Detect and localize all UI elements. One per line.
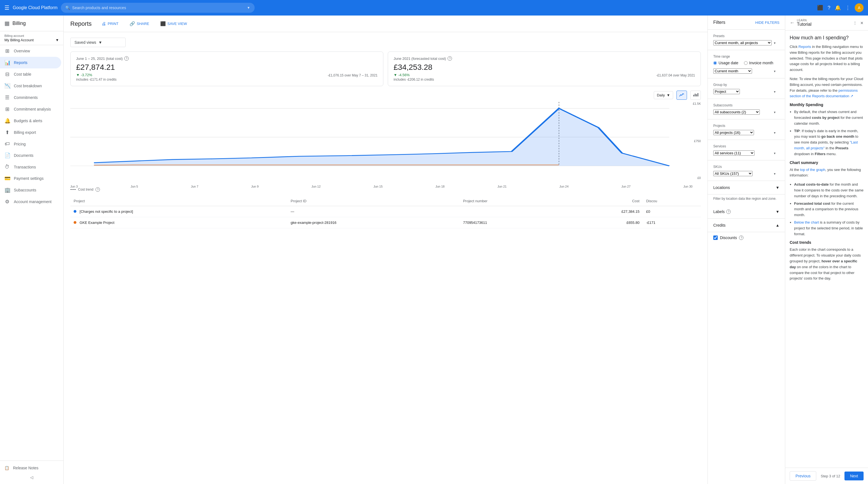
subaccounts-select[interactable]: All subaccounts (2) [713, 109, 760, 115]
time-period-select-wrapper: Current month [713, 68, 779, 74]
row2-cost: £655.80 [562, 217, 643, 228]
search-bar: 🔍 ▼ [61, 3, 255, 13]
sidebar-item-cost-table[interactable]: ⊟ Cost table [0, 68, 61, 80]
step-indicator: Step 3 of 12 [821, 474, 840, 478]
sidebar-collapse-btn[interactable]: ◁ [0, 473, 63, 482]
sidebar-item-overview[interactable]: ⊞ Overview [0, 45, 61, 57]
tutorial-close-icon[interactable]: ✕ [860, 21, 864, 25]
avatar[interactable]: A [855, 3, 864, 12]
account-selector[interactable]: Billing account My Billing Account ▼ [0, 31, 63, 45]
filter-labels-header[interactable]: Labels ? ▼ [708, 205, 785, 219]
sidebar-item-release-notes[interactable]: 📋 Release Notes [0, 463, 63, 473]
radio-invoice-input[interactable] [744, 61, 748, 65]
budgets-icon: 🔔 [4, 118, 10, 124]
tutorial-header-right: ⋮ ✕ [853, 21, 864, 25]
transactions-icon: ⏱ [4, 164, 10, 170]
search-input[interactable] [72, 5, 245, 10]
credits-title: Credits [713, 223, 725, 227]
print-button[interactable]: 🖨 PRINT [98, 20, 122, 28]
sidebar-item-commitments[interactable]: ☰ Commitments [0, 92, 61, 103]
sidebar-item-payment-settings[interactable]: 💳 Payment settings [0, 173, 61, 184]
tutorial-note: Note: To view the billing reports for yo… [790, 76, 864, 99]
tutorial-more-icon[interactable]: ⋮ [853, 21, 857, 25]
back-icon[interactable]: ← [790, 20, 795, 26]
sidebar-item-documents[interactable]: 📄 Documents [0, 150, 61, 161]
discounts-checkbox[interactable] [713, 235, 718, 240]
services-select[interactable]: All services (11) [713, 150, 754, 156]
sidebar-item-subaccounts[interactable]: 🏢 Subaccounts [0, 184, 61, 196]
stat-card-actual: June 1 – 25, 2021 (total cost) ? £27,874… [70, 52, 383, 86]
release-notes-label: Release Notes [13, 466, 38, 470]
sidebar-item-reports[interactable]: 📊 Reports [0, 57, 61, 68]
sidebar-item-budgets-alerts[interactable]: 🔔 Budgets & alerts [0, 115, 61, 126]
previous-button[interactable]: Previous [790, 471, 816, 481]
skus-select[interactable]: All SKUs (157) [713, 171, 752, 176]
hide-filters-button[interactable]: HIDE FILTERS [755, 21, 779, 25]
save-view-label: SAVE VIEW [167, 22, 187, 26]
daily-selector[interactable]: Daily ▼ [654, 91, 673, 99]
row1-project-number [460, 206, 562, 217]
stat-forecast-sub1: includes -£206.12 in credits [394, 78, 434, 81]
billing-title: Billing [12, 21, 26, 26]
stats-row: June 1 – 25, 2021 (total cost) ? £27,874… [70, 52, 701, 86]
cloud-shell-icon[interactable]: ⬛ [817, 5, 823, 11]
stat-forecast-help-icon[interactable]: ? [447, 56, 452, 61]
projects-select[interactable]: All projects (16) [713, 130, 754, 135]
filter-services: Services All services (11) [708, 140, 785, 161]
permissions-link[interactable]: permissions section of the Reports docum… [790, 88, 858, 98]
sidebar-item-cost-breakdown[interactable]: 📉 Cost breakdown [0, 80, 61, 92]
time-period-select[interactable]: Current month [713, 68, 752, 74]
y-label-mid: £750 [694, 139, 701, 143]
sidebar-item-transactions[interactable]: ⏱ Transactions [0, 161, 61, 173]
help-icon[interactable]: ? [828, 5, 830, 11]
radio-group-time: Usage date Invoice month [713, 61, 779, 65]
col-project-number: Project number [460, 196, 562, 206]
sidebar-item-commitment-analysis[interactable]: ⊞ Commitment analysis [0, 103, 61, 115]
line-chart-btn[interactable] [677, 91, 687, 100]
radio-usage-label: Usage date [718, 61, 739, 65]
sidebar-item-account-management[interactable]: ⚙ Account management [0, 196, 61, 207]
tutorial-body: How much am I spending? Click Reports in… [785, 30, 868, 468]
account-selector-control[interactable]: My Billing Account ▼ [4, 38, 59, 42]
notifications-icon[interactable]: 🔔 [835, 5, 841, 11]
svg-rect-2 [696, 94, 697, 96]
sidebar-nav: ⊞ Overview 📊 Reports ⊟ Cost table 📉 Cost… [0, 45, 63, 207]
page-header: Reports 🖨 PRINT 🔗 SHARE ⬛ SAVE VIEW [64, 16, 708, 32]
row1-discount: £0 [643, 206, 701, 217]
discounts-checkbox-label[interactable]: Discounts ? [713, 235, 779, 240]
bar-chart-btn[interactable] [690, 91, 701, 100]
sidebar-item-billing-export[interactable]: ⬆ Billing export [0, 126, 61, 138]
account-management-icon: ⚙ [4, 199, 10, 205]
svg-rect-3 [698, 93, 698, 96]
discounts-help-icon[interactable]: ? [739, 235, 743, 240]
below-chart-link[interactable]: Below the chart [794, 220, 819, 224]
daily-label: Daily [657, 93, 665, 97]
more-options-icon[interactable]: ⋮ [845, 5, 850, 11]
account-dropdown-icon: ▼ [55, 38, 59, 42]
table-row: [Charges not specific to a project] — £2… [70, 206, 701, 217]
save-view-button[interactable]: ⬛ SAVE VIEW [157, 19, 190, 28]
skus-select-wrapper: All SKUs (157) [713, 171, 779, 176]
project-dot-orange [73, 221, 76, 224]
radio-invoice-month[interactable]: Invoice month [744, 61, 773, 65]
radio-usage-date[interactable]: Usage date [713, 61, 739, 65]
search-icon: 🔍 [65, 5, 70, 10]
hamburger-menu[interactable]: ☰ [4, 4, 9, 11]
sidebar-item-pricing[interactable]: 🏷 Pricing [0, 138, 61, 150]
radio-usage-input[interactable] [713, 61, 717, 65]
filter-credits-header[interactable]: Credits ▲ [708, 219, 785, 232]
labels-help-icon[interactable]: ? [726, 209, 731, 214]
stat-actual-help-icon[interactable]: ? [124, 56, 129, 61]
credits-collapse-icon: ▲ [776, 223, 779, 227]
reports-body: Saved views ▼ June 1 – 25, 2021 (total c… [64, 32, 708, 484]
search-dropdown-icon[interactable]: ▼ [247, 6, 250, 10]
filter-locations-header[interactable]: Locations ▼ [708, 181, 785, 195]
presets-select[interactable]: Current month, all projects [713, 40, 772, 46]
reports-link[interactable]: Reports [799, 45, 811, 49]
saved-views-button[interactable]: Saved views ▼ [70, 38, 126, 47]
top-graph-link[interactable]: top of the graph [800, 168, 826, 172]
sidebar: ▦ Billing Billing account My Billing Acc… [0, 16, 64, 484]
group-by-select[interactable]: Project [713, 89, 740, 94]
share-button[interactable]: 🔗 SHARE [126, 19, 153, 28]
next-button[interactable]: Next [844, 472, 864, 480]
